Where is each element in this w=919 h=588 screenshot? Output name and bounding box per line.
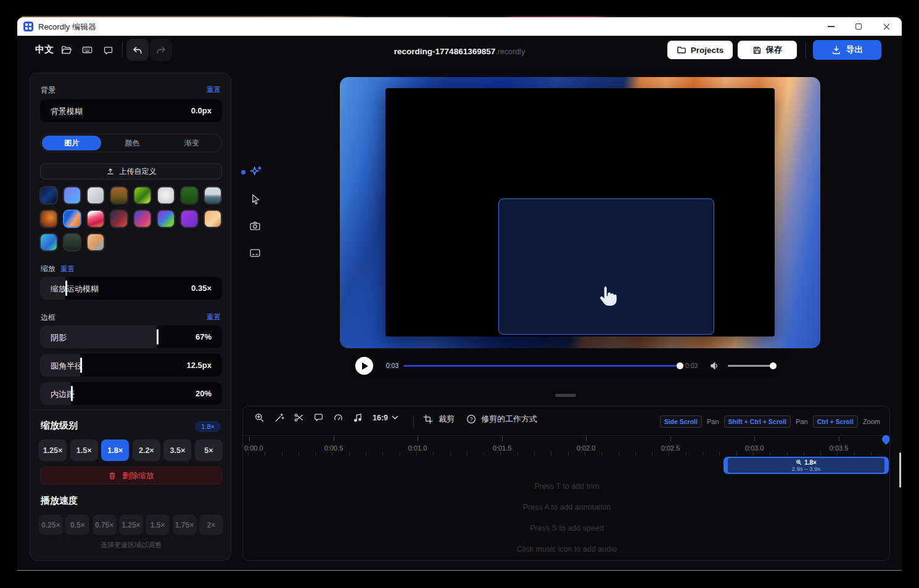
timeline-hint: Click music icon to add audio	[243, 545, 890, 553]
zoom-level-option[interactable]: 5×	[195, 439, 223, 461]
volume-icon[interactable]	[709, 361, 720, 374]
speed-option[interactable]: 0.5×	[65, 515, 89, 535]
speed-option[interactable]: 2×	[199, 515, 223, 535]
timeline-zoom-tool[interactable]	[254, 412, 265, 423]
timeline-zoom-block[interactable]: 1.8× 2.9s – 3.9s	[723, 457, 889, 474]
progress-bar[interactable]	[403, 365, 678, 367]
zoom-level-option[interactable]: 1.5×	[70, 439, 98, 461]
window-title: Recordly 编辑器	[38, 22, 96, 33]
maximize-icon	[855, 23, 862, 30]
border-reset-link[interactable]: 重置	[207, 312, 221, 322]
shadow-slider[interactable]: 阴影 67%	[40, 325, 222, 348]
speed-option[interactable]: 1.25×	[119, 515, 143, 535]
speed-option[interactable]: 1.75×	[173, 515, 197, 535]
background-thumbnail[interactable]	[133, 210, 152, 228]
speed-option[interactable]: 0.25×	[39, 515, 63, 535]
zoom-reset-link[interactable]: 重置	[60, 264, 75, 274]
ai-effects-tool[interactable]	[249, 165, 263, 181]
tab-gradient[interactable]: 渐变	[162, 134, 221, 152]
shortcut-keys: Side Scroll	[660, 415, 702, 428]
zoom-motion-blur-value: 0.35×	[191, 284, 212, 293]
auto-edit-tool[interactable]	[274, 412, 284, 423]
volume-slider[interactable]	[728, 365, 773, 367]
playback-speed-title: 播放速度	[41, 495, 78, 507]
delete-zoom-button[interactable]: 删除缩放	[40, 467, 222, 484]
ruler-label: 0:01.0	[408, 444, 427, 452]
background-thumbnail-selected[interactable]	[63, 210, 81, 228]
volume-handle[interactable]	[770, 362, 777, 369]
minimize-button[interactable]	[818, 17, 844, 36]
upload-icon	[106, 167, 115, 176]
background-thumbnail[interactable]	[86, 233, 105, 251]
background-thumbnail[interactable]	[63, 186, 81, 205]
background-thumbnail[interactable]	[180, 186, 199, 205]
projects-folder-icon	[677, 45, 686, 55]
export-button[interactable]: 导出	[813, 40, 881, 60]
background-thumbnail[interactable]	[63, 233, 81, 251]
background-thumbnail[interactable]	[86, 210, 105, 228]
background-thumbnail[interactable]	[133, 186, 152, 205]
export-label: 导出	[846, 44, 863, 55]
tab-color[interactable]: 颜色	[102, 134, 162, 152]
background-thumbnail[interactable]	[180, 210, 199, 228]
tab-image[interactable]: 图片	[42, 136, 101, 150]
ruler-label: 0:03.5	[830, 444, 849, 452]
background-thumbnail[interactable]	[157, 186, 175, 205]
zoom-level-option-active[interactable]: 1.8×	[101, 439, 129, 461]
background-thumbnail[interactable]	[39, 233, 58, 251]
trim-help-link[interactable]: ? 修剪的工作方式	[466, 414, 537, 425]
caption-tool[interactable]	[249, 247, 261, 261]
speed-option[interactable]: 1.5×	[146, 515, 170, 535]
background-thumbnail[interactable]	[86, 186, 105, 205]
vertical-scrollbar[interactable]	[899, 452, 901, 488]
projects-label: Projects	[691, 46, 723, 55]
shortcut-action: Pan	[707, 418, 719, 425]
crop-button[interactable]: 裁剪	[423, 414, 455, 425]
projects-button[interactable]: Projects	[667, 41, 733, 59]
current-time: 0:03	[384, 362, 401, 369]
filename-text: recording-1774861369857	[394, 47, 495, 56]
background-thumbnail[interactable]	[110, 210, 128, 228]
zoom-level-option[interactable]: 3.5×	[163, 439, 191, 461]
zoom-motion-blur-slider[interactable]: 缩放运动模糊 0.35×	[40, 277, 222, 300]
download-icon	[831, 45, 841, 55]
audio-tool[interactable]	[353, 412, 363, 423]
background-thumbnail[interactable]	[204, 186, 222, 205]
zoom-level-option[interactable]: 2.2×	[133, 439, 160, 461]
speed-tool[interactable]	[333, 412, 344, 423]
speed-option[interactable]: 0.75×	[93, 515, 117, 535]
timeline-panel: 16:9 裁剪 ? 修剪的工作方式 Side Scroll Pan Shift …	[242, 406, 890, 561]
zoom-level-option[interactable]: 1.25×	[39, 439, 67, 461]
timeline-hint: Press T to add trim	[243, 482, 890, 491]
save-button[interactable]: 保存	[738, 41, 797, 59]
upload-custom-button[interactable]: 上传自定义	[40, 163, 222, 179]
background-thumbnail[interactable]	[39, 210, 58, 228]
padding-slider[interactable]: 内边距 20%	[40, 382, 222, 405]
play-button[interactable]	[355, 357, 373, 375]
corner-radius-slider[interactable]: 圆角半径 12.5px	[40, 354, 222, 377]
music-note-icon	[353, 412, 363, 423]
background-reset-link[interactable]: 重置	[207, 85, 221, 94]
maximize-button[interactable]	[846, 17, 872, 36]
screenshot-tool[interactable]	[249, 220, 261, 234]
corner-radius-label: 圆角半径	[51, 361, 83, 372]
sparkles-icon	[249, 165, 263, 179]
background-thumbnail[interactable]	[39, 186, 58, 205]
background-thumbnail[interactable]	[204, 210, 222, 228]
cursor-tool[interactable]	[249, 193, 262, 208]
progress-handle[interactable]	[677, 362, 683, 369]
slider-handle[interactable]	[157, 329, 159, 345]
panel-drag-handle[interactable]	[555, 394, 576, 397]
sidebar-divider	[30, 410, 232, 410]
background-blur-slider[interactable]: 背景模糊 0.0px	[40, 99, 222, 122]
close-button[interactable]	[873, 17, 899, 36]
timeline-ruler[interactable]: 0:00.0 0:00.5 0:01.0 0:01.5 0:02.0 0:02.…	[243, 435, 890, 455]
trim-tool[interactable]	[294, 412, 304, 423]
speed-hint: 选择变速区域以调整	[30, 541, 232, 550]
shadow-value: 67%	[196, 332, 212, 341]
aspect-ratio-dropdown[interactable]: 16:9	[373, 414, 398, 422]
background-thumbnail[interactable]	[157, 210, 175, 228]
background-thumbnail[interactable]	[110, 186, 128, 205]
annotation-tool[interactable]	[313, 412, 324, 423]
zoom-section-title: 缩放	[41, 264, 56, 274]
